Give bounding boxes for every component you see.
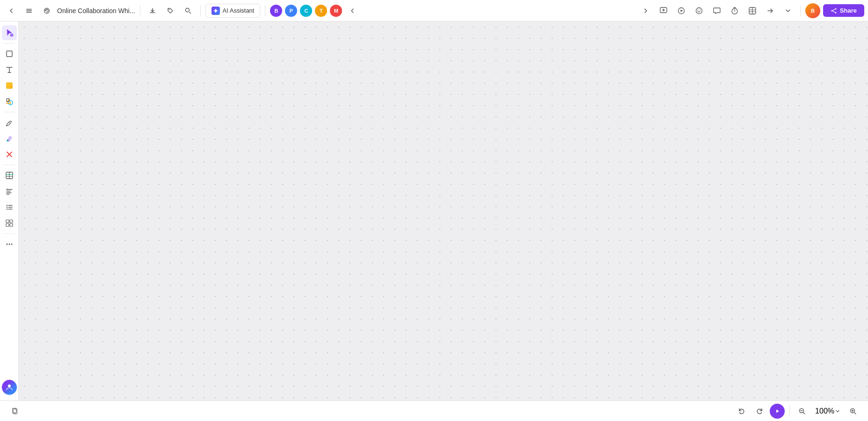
arrow-button[interactable] [763, 3, 778, 18]
run-button[interactable] [770, 404, 785, 419]
template-text-icon: T [5, 187, 14, 196]
tool-sep-1 [4, 43, 15, 44]
comment-button[interactable] [709, 3, 724, 18]
share-button[interactable]: Share [823, 4, 864, 17]
add-board-button[interactable] [656, 3, 671, 18]
back-icon [7, 7, 15, 15]
add-board-icon [659, 7, 668, 15]
template-text-tool[interactable]: T [2, 184, 17, 199]
play-icon [677, 7, 686, 15]
collaborator-avatar-1[interactable]: B [270, 5, 282, 17]
svg-point-32 [6, 244, 7, 245]
svg-rect-2 [26, 12, 32, 13]
svg-point-15 [835, 12, 836, 13]
menu-button[interactable] [22, 3, 36, 18]
text-tool[interactable] [2, 62, 17, 77]
timer-button[interactable] [727, 3, 742, 18]
eraser-icon [5, 150, 14, 159]
canvas[interactable] [19, 22, 868, 400]
svg-text:T: T [7, 188, 8, 190]
left-sidebar: T [0, 22, 19, 400]
download-button[interactable] [145, 3, 160, 18]
play-run-icon [774, 408, 780, 414]
share-label: Share [840, 7, 857, 14]
svg-rect-0 [26, 9, 32, 10]
svg-point-34 [11, 244, 12, 245]
eraser-tool[interactable] [2, 147, 17, 162]
main-area: T [0, 22, 868, 400]
bottom-bar-right: 100% [734, 404, 861, 419]
highlighter-icon [5, 134, 14, 143]
more-tools-button[interactable] [2, 237, 17, 252]
table-tool-icon [5, 171, 14, 180]
grid-tool[interactable] [2, 216, 17, 231]
svg-point-13 [835, 8, 836, 9]
table-tool[interactable] [2, 168, 17, 183]
svg-rect-18 [7, 51, 12, 57]
chevron-down-icon [785, 7, 791, 14]
share-icon [831, 7, 837, 14]
user-avatar[interactable]: B [805, 3, 820, 18]
chevron-left-icon [349, 7, 356, 14]
svg-rect-28 [6, 220, 9, 223]
tool-sep-4 [4, 233, 15, 234]
svg-point-26 [6, 207, 7, 208]
frame-icon [5, 50, 14, 58]
bottom-toolbar: 100% [0, 400, 868, 421]
reactions-button[interactable] [692, 3, 707, 18]
pen-tool[interactable] [2, 115, 17, 130]
tool-sep-3 [4, 165, 15, 165]
sidebar-user-avatar[interactable] [2, 380, 17, 395]
svg-point-35 [8, 385, 11, 387]
history-icon [43, 7, 51, 15]
zoom-in-button[interactable] [846, 404, 861, 419]
svg-rect-29 [10, 220, 13, 223]
text-icon [5, 65, 14, 74]
collaborator-avatar-3[interactable]: C [300, 5, 312, 17]
tag-icon [167, 7, 174, 15]
tool-sep-2 [4, 112, 15, 112]
list-tool[interactable] [2, 200, 17, 215]
redo-icon [756, 407, 763, 415]
highlighter-tool[interactable] [2, 131, 17, 146]
shapes-tool[interactable] [2, 94, 17, 109]
svg-point-5 [185, 8, 189, 12]
forward-button[interactable] [638, 3, 653, 18]
collaborator-avatar-5[interactable]: M [330, 5, 342, 17]
grid-icon [5, 219, 14, 227]
ai-icon [212, 7, 220, 15]
divider-zoom [789, 406, 790, 417]
svg-rect-19 [6, 83, 12, 89]
undo-button[interactable] [734, 404, 749, 419]
more-dots-icon [5, 240, 14, 248]
sidebar-user-area [2, 380, 17, 397]
list-icon [5, 203, 14, 211]
redo-button[interactable] [752, 404, 767, 419]
zoom-out-button[interactable] [795, 404, 810, 419]
search-button[interactable] [181, 3, 196, 18]
ai-assistant-button[interactable]: AI Assistant [205, 4, 261, 18]
cursor-icon [5, 29, 14, 37]
table-icon [748, 7, 757, 15]
reactions-icon [695, 7, 703, 15]
back-button[interactable] [4, 3, 19, 18]
pages-button[interactable] [7, 404, 22, 419]
zoom-out-icon [798, 407, 806, 415]
svg-point-3 [44, 8, 50, 13]
frame-tool[interactable] [2, 46, 17, 61]
svg-rect-30 [6, 224, 9, 226]
divider-3 [265, 5, 265, 16]
history-button[interactable] [39, 3, 54, 18]
select-tool[interactable] [2, 25, 17, 40]
collaborator-avatar-4[interactable]: T [315, 5, 327, 17]
divider-4 [800, 5, 801, 16]
table-button[interactable] [745, 3, 760, 18]
more-right-button[interactable] [780, 3, 795, 18]
collapse-button[interactable] [345, 3, 360, 18]
undo-icon [738, 407, 745, 415]
tag-button[interactable] [163, 3, 178, 18]
present-button[interactable] [674, 3, 689, 18]
sticky-tool[interactable] [2, 78, 17, 93]
collaborator-avatar-2[interactable]: P [285, 5, 297, 17]
zoom-level[interactable]: 100% [812, 406, 843, 417]
